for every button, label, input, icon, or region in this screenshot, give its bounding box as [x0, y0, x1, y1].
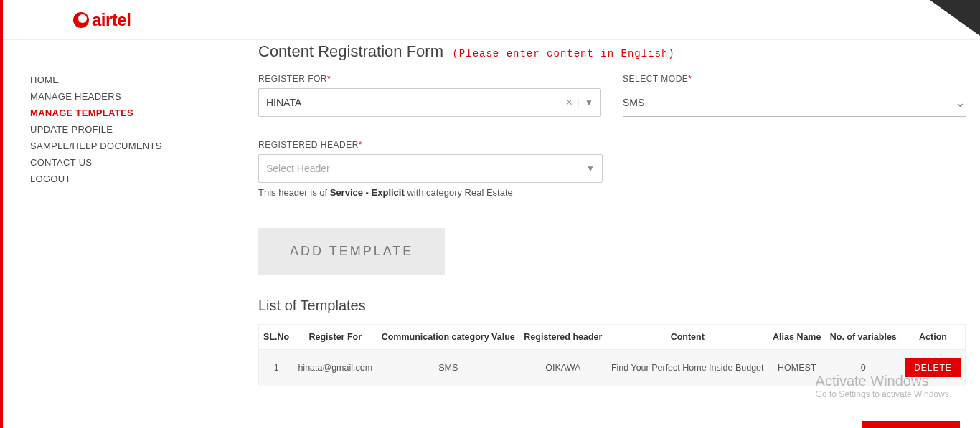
delete-button[interactable]: DELETE [905, 358, 961, 377]
col-reg-header: Registered header [519, 325, 606, 350]
select-mode-col: SELECT MODE* SMS ⌄ [623, 74, 966, 117]
add-template-button[interactable]: ADD TEMPLATE [258, 228, 445, 275]
select-mode-value: SMS [623, 97, 955, 108]
brand-text: airtel [92, 10, 131, 30]
cell-header: OIKAWA [519, 350, 606, 386]
cell-content: Find Your Perfect Home Inside Budget [607, 350, 768, 386]
header-type-note: This header is of Service - Explicit wit… [258, 187, 966, 198]
cell-slno: 1 [259, 350, 294, 386]
corner-decor [930, 0, 980, 36]
select-mode-select[interactable]: SMS ⌄ [623, 88, 966, 117]
list-title: List of Templates [258, 298, 966, 314]
sidebar-item-logout[interactable]: LOGOUT [19, 171, 234, 187]
col-alias: Alias Name [768, 325, 826, 350]
cell-register-for: hinata@gmail.com [293, 350, 377, 386]
table-header: SL.No Register For Communication categor… [259, 325, 966, 350]
title-row: Content Registration Form (Please enter … [258, 39, 966, 74]
submit-button[interactable]: SUBMIT [862, 421, 960, 428]
registered-header-section: REGISTERED HEADER* Select Header ▼ This … [258, 140, 966, 198]
registered-header-label: REGISTERED HEADER* [258, 140, 966, 150]
page-hint: (Please enter content in English) [452, 48, 674, 60]
col-comm-cat: Communication category Value [377, 325, 519, 350]
chevron-down-icon[interactable]: ▼ [580, 163, 595, 173]
registered-header-placeholder: Select Header [266, 163, 580, 174]
register-for-label: REGISTER FOR* [258, 74, 601, 84]
page-title: Content Registration Form [258, 42, 443, 61]
cell-action: DELETE [901, 350, 966, 386]
form-row-1: REGISTER FOR* HINATA × ▼ SELECT MODE* SM… [258, 74, 966, 117]
registered-header-select[interactable]: Select Header ▼ [258, 154, 603, 183]
cell-vars: 0 [826, 350, 901, 386]
main-content: Content Registration Form (Please enter … [258, 39, 966, 428]
select-mode-label: SELECT MODE* [623, 74, 966, 84]
brand-logo[interactable]: airtel [73, 10, 131, 30]
chevron-down-icon[interactable]: ⌄ [955, 95, 966, 110]
col-register-for: Register For [293, 325, 377, 350]
sidebar-item-update-profile[interactable]: UPDATE PROFILE [19, 121, 234, 138]
register-for-value: HINATA [266, 97, 560, 108]
chevron-down-icon[interactable]: ▼ [578, 98, 593, 108]
sidebar-item-sample-help[interactable]: SAMPLE/HELP DOCUMENTS [19, 138, 234, 154]
col-action: Action [901, 325, 966, 350]
sidebar-item-contact-us[interactable]: CONTACT US [19, 154, 234, 171]
col-slno: SL.No [259, 325, 294, 350]
register-for-select[interactable]: HINATA × ▼ [258, 88, 601, 117]
sidebar-item-manage-templates[interactable]: MANAGE TEMPLATES [19, 105, 234, 121]
sidebar-nav: HOME MANAGE HEADERS MANAGE TEMPLATES UPD… [19, 54, 234, 187]
table-row: 1 hinata@gmail.com SMS OIKAWA Find Your … [259, 350, 966, 386]
cell-alias: HOMEST [768, 350, 826, 386]
templates-table: SL.No Register For Communication categor… [258, 324, 966, 386]
sidebar-item-manage-headers[interactable]: MANAGE HEADERS [19, 88, 234, 105]
sidebar-item-home[interactable]: HOME [19, 72, 234, 88]
airtel-swish-icon [73, 12, 89, 28]
col-content: Content [607, 325, 768, 350]
clear-icon[interactable]: × [560, 96, 578, 109]
footer-row: ✓ ARE YOU SURE TO SUBMIT? SUBMIT [258, 421, 966, 428]
cell-comm: SMS [377, 350, 519, 386]
col-vars: No. of variables [826, 325, 901, 350]
register-for-col: REGISTER FOR* HINATA × ▼ [258, 74, 601, 117]
